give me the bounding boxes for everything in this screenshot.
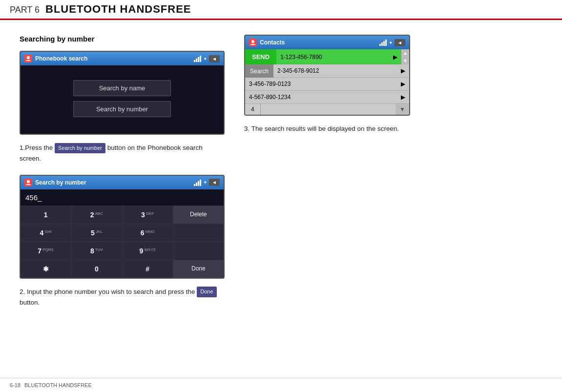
key-done[interactable]: Done (173, 260, 224, 278)
phonebook-screen-body: Search by name Search by number (21, 65, 224, 134)
bar3 (383, 41, 385, 46)
key-8[interactable]: 8 TUV (71, 242, 122, 260)
search-row: Search 2-345-678-9012 ▶ (245, 64, 409, 78)
contacts-scrollbar: ▲ ▼ (401, 49, 409, 64)
number-screen-title: Search by number (35, 179, 86, 186)
contacts-titlebar: Contacts ✦ ◄ (245, 36, 409, 49)
bar2 (196, 183, 197, 186)
right-column: Contacts ✦ ◄ SEND (244, 35, 542, 319)
titlebar-left: Phonebook search (24, 55, 87, 62)
contact-row-3[interactable]: 3-456-789-0123 ▶ (245, 78, 409, 91)
bar4 (385, 40, 387, 46)
step1-inline-btn: Search by number (55, 143, 105, 154)
contacts-body: Search 2-345-678-9012 ▶ 3-456-789-0123 ▶… (245, 64, 409, 104)
number-titlebar-right: ✦ ◄ (194, 179, 220, 186)
contact-row-highlighted[interactable]: 1-123-456-7890 ▶ (276, 49, 401, 64)
number-titlebar: Search by number ✦ ◄ (21, 176, 224, 189)
step2-inline-btn: Done (197, 287, 216, 297)
key-3[interactable]: 3 DEF (123, 206, 173, 224)
keypad: 1 2 ABC 3 DEF Delete 4 GHI 5 JKL 6 MNO 7… (21, 206, 224, 278)
bar1 (194, 184, 195, 186)
page-header: PART 6 BLUETOOTH HANDSFREE (0, 0, 562, 20)
key-9[interactable]: 9 WXYZ (123, 242, 173, 260)
key-0[interactable]: 0 (71, 260, 122, 278)
signal-text: ✦ (203, 56, 207, 62)
contacts-list: Search 2-345-678-9012 ▶ 3-456-789-0123 ▶… (245, 64, 409, 104)
key-7[interactable]: 7 PQRS (21, 242, 71, 260)
scroll-down-button[interactable]: ▼ (395, 104, 409, 115)
phonebook-screen-mock: Phonebook search ✦ ◄ Search by name Sear… (20, 51, 225, 135)
bar3 (198, 181, 199, 186)
page-footer: 6-18 BLUETOOTH HANDSFREE (0, 378, 562, 392)
left-column: Searching by number Phonebook search (20, 35, 225, 319)
contact-row-2[interactable]: 2-345-678-9012 ▶ (273, 64, 409, 78)
send-button[interactable]: SEND (245, 49, 276, 64)
svg-point-1 (27, 180, 30, 183)
svg-point-2 (251, 40, 254, 43)
signal-text3: ✦ (389, 40, 393, 45)
arrow-icon-2: ▶ (401, 67, 405, 74)
contact-number-1: 1-123-456-7890 (280, 54, 322, 61)
svg-point-0 (27, 56, 30, 59)
key-1[interactable]: 1 (21, 206, 71, 224)
search-by-name-button[interactable]: Search by name (73, 80, 171, 96)
page-input-area (261, 104, 395, 115)
step2-text: 2. Input the phone number you wish to se… (20, 287, 225, 308)
search-by-number-button[interactable]: Search by number (73, 101, 171, 117)
bar2 (381, 42, 383, 46)
number-screen-mock: Search by number ✦ ◄ 456_ 1 (20, 175, 225, 279)
arrow-icon-3: ▶ (401, 81, 405, 87)
signal-bars3 (379, 39, 387, 46)
scroll-down-icon[interactable]: ▼ (403, 58, 408, 63)
step1-text: 1.Press the Search by number button on t… (20, 143, 225, 164)
scroll-up-icon[interactable]: ▲ (403, 50, 408, 56)
contacts-screen-mock: Contacts ✦ ◄ SEND (244, 35, 410, 116)
back-button[interactable]: ◄ (209, 55, 220, 62)
footer-page: 6-18 (10, 382, 21, 388)
number-icon (24, 179, 32, 186)
contact-number-3: 3-456-789-0123 (249, 81, 291, 87)
signal-bars2 (194, 179, 201, 186)
contact-row-4[interactable]: 4-567-890-1234 ▶ (245, 91, 409, 104)
back-button2[interactable]: ◄ (209, 179, 220, 186)
search-label[interactable]: Search (245, 64, 273, 78)
phonebook-icon (24, 55, 32, 62)
bar2 (196, 59, 197, 62)
key-4[interactable]: 4 GHI (21, 224, 71, 242)
back-button3[interactable]: ◄ (395, 39, 405, 46)
contacts-screen-title: Contacts (260, 39, 285, 46)
contact-number-2: 2-345-678-9012 (277, 67, 319, 74)
arrow-icon-4: ▶ (401, 94, 405, 101)
key-delete[interactable]: Delete (173, 206, 224, 224)
contacts-page-row: 4 ▼ (245, 104, 409, 115)
section-title: Searching by number (20, 35, 225, 43)
number-screen-body: 456_ 1 2 ABC 3 DEF Delete 4 GHI 5 JKL 6 … (21, 189, 224, 278)
footer-text: BLUETOOTH HANDSFREE (24, 382, 92, 388)
phonebook-titlebar: Phonebook search ✦ ◄ (21, 52, 224, 65)
signal-bars (194, 55, 201, 62)
contacts-icon (249, 39, 257, 46)
signal-text2: ✦ (203, 180, 207, 185)
main-content: Searching by number Phonebook search (0, 20, 562, 333)
number-titlebar-left: Search by number (24, 179, 86, 186)
contact-number-4: 4-567-890-1234 (249, 94, 291, 101)
contacts-screen-body: SEND 1-123-456-7890 ▶ ▲ ▼ Sear (245, 49, 409, 115)
key-hash[interactable]: # (123, 260, 173, 278)
bar4 (200, 56, 201, 62)
contacts-send-row: SEND 1-123-456-7890 ▶ ▲ ▼ (245, 49, 409, 64)
key-star[interactable]: ✱ (21, 260, 71, 278)
step3-text: 3. The search results will be displayed … (244, 124, 542, 134)
key-5[interactable]: 5 JKL (71, 224, 122, 242)
arrow-icon-1: ▶ (393, 54, 397, 61)
number-input-display: 456_ (21, 189, 224, 206)
key-6[interactable]: 6 MNO (123, 224, 173, 242)
bar1 (379, 44, 381, 46)
phonebook-screen-title: Phonebook search (35, 55, 87, 62)
key-blank1 (173, 224, 224, 242)
bar1 (194, 60, 195, 62)
key-2[interactable]: 2 ABC (71, 206, 122, 224)
bar3 (198, 57, 199, 62)
key-blank2 (173, 242, 224, 260)
page-title: BLUETOOTH HANDSFREE (45, 3, 191, 16)
page-number: 4 (245, 104, 261, 115)
